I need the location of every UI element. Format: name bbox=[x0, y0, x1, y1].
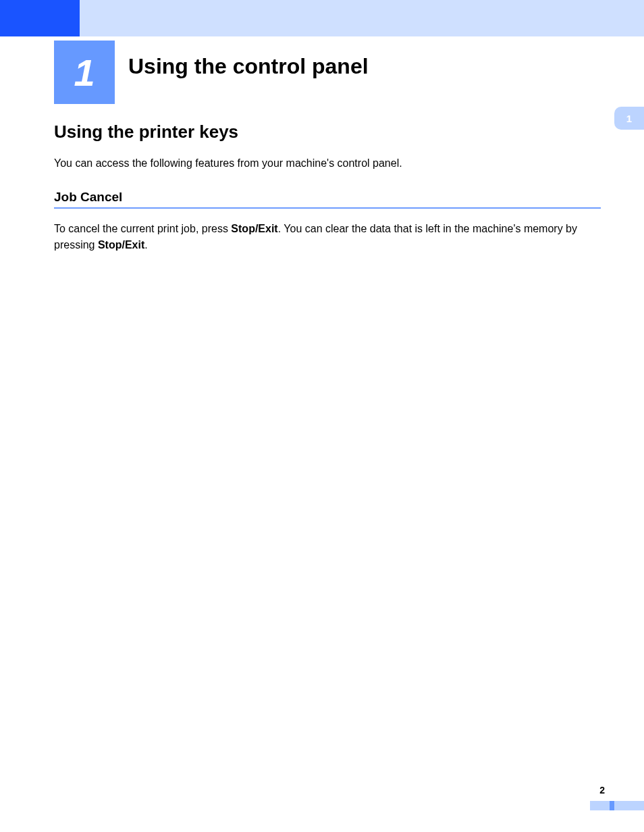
chapter-number-box: 1 bbox=[54, 41, 115, 104]
chapter-number: 1 bbox=[74, 51, 95, 95]
thumb-tab-label: 1 bbox=[626, 113, 632, 124]
section-heading: Using the printer keys bbox=[54, 122, 601, 142]
bottom-bar bbox=[590, 801, 644, 810]
bottom-bar-accent bbox=[610, 801, 614, 810]
text-part: To cancel the current print job, press bbox=[54, 223, 231, 234]
content-area: Using the printer keys You can access th… bbox=[54, 122, 601, 253]
page-number: 2 bbox=[599, 785, 605, 796]
bold-key: Stop/Exit bbox=[231, 223, 277, 234]
top-band-left bbox=[0, 0, 80, 36]
top-band-right bbox=[80, 0, 644, 36]
section-intro: You can access the following features fr… bbox=[54, 156, 601, 171]
chapter-title: Using the control panel bbox=[128, 54, 369, 79]
bold-key: Stop/Exit bbox=[98, 239, 144, 251]
text-part: . bbox=[144, 239, 147, 251]
subsection-body: To cancel the current print job, press S… bbox=[54, 221, 601, 252]
subsection-heading: Job Cancel bbox=[54, 190, 601, 209]
thumb-tab: 1 bbox=[614, 107, 644, 130]
top-band bbox=[0, 0, 644, 36]
